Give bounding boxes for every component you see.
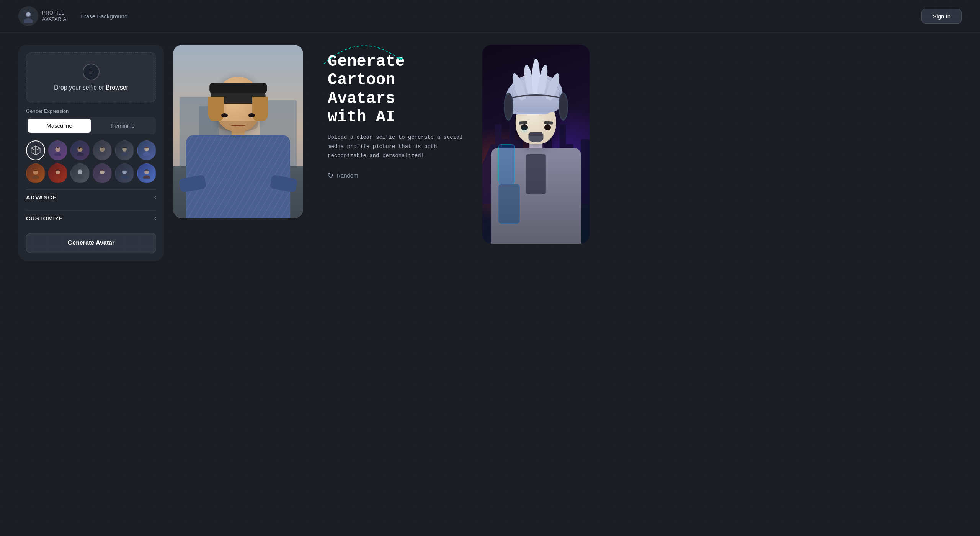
avatar-4-icon [119,145,130,156]
avatar-10[interactable] [115,163,134,183]
customize-section[interactable]: CUSTOMIZE ‹ [26,210,156,225]
logo-line2: AVATAR AI [42,16,68,22]
avatar-7-icon [52,168,63,179]
selfie-photo-card [173,45,303,218]
upload-plus-icon: + [83,64,100,80]
svg-point-14 [121,152,128,156]
avatar-showcase [482,45,590,244]
right-content-row: Generate Cartoon Avatars with AI Upload … [312,45,962,244]
arc-arrow [320,37,404,68]
avatar-1[interactable] [48,140,67,160]
info-section: Generate Cartoon Avatars with AI Upload … [312,45,473,187]
avatar-8-icon [75,168,85,179]
sign-in-button[interactable]: Sign In [921,9,962,24]
gender-label: Gender Expression [26,108,156,114]
avatar-grid [26,140,156,183]
upload-area[interactable]: + Drop your selfie or Browser [26,52,156,102]
avatar-5-icon [141,145,152,156]
avatar-9-icon [97,168,108,179]
upload-text: Drop your selfie or Browser [54,84,128,91]
avatar-1-icon [52,145,63,156]
logo-icon [18,6,38,26]
random-button[interactable]: ↻ Random [328,171,358,180]
avatar-2[interactable] [70,140,90,160]
svg-point-21 [78,170,82,174]
avatar-7[interactable] [48,163,67,183]
masculine-button[interactable]: Masculine [28,119,91,133]
random-label: Random [336,172,358,179]
header-left: PROFILE AVATAR AI Erase Background [18,6,127,26]
svg-point-23 [100,170,105,174]
header: PROFILE AVATAR AI Erase Background Sign … [0,0,980,33]
avatar-2-icon [75,145,85,156]
right-side: Generate Cartoon Avatars with AI Upload … [312,45,962,244]
gender-toggle: Masculine Feminine [26,117,156,134]
avatar-10-icon [119,168,130,179]
svg-point-5 [23,10,26,12]
avatar-6[interactable] [26,163,45,183]
logo-avatar-icon [21,9,35,23]
logo[interactable]: PROFILE AVATAR AI [18,6,68,26]
random-icon: ↻ [328,171,333,180]
avatar-11[interactable] [137,163,156,183]
avatar-3[interactable] [93,140,112,160]
cube-icon [30,145,41,156]
description-text: Upload a clear selfie to generate a soci… [328,133,473,160]
avatar-6-icon [30,168,41,179]
svg-rect-10 [78,148,80,149]
svg-point-3 [26,12,30,16]
svg-point-16 [143,152,150,156]
avatar-11-icon [141,168,152,179]
svg-point-26 [121,175,128,179]
main-content: + Drop your selfie or Browser Gender Exp… [0,33,980,273]
avatar-3-icon [97,145,108,156]
avatar-cube[interactable] [26,140,45,160]
customize-chevron: ‹ [154,215,156,222]
svg-point-27 [144,170,149,174]
svg-point-9 [76,152,83,156]
svg-point-22 [76,175,83,179]
svg-point-12 [98,152,106,156]
svg-point-7 [54,152,61,156]
nav-erase-background[interactable]: Erase Background [80,13,127,20]
advance-section[interactable]: ADVANCE ‹ [26,189,156,204]
customize-title: CUSTOMIZE [26,215,63,222]
center-photo-area [173,45,303,218]
advance-title: ADVANCE [26,194,57,200]
logo-text: PROFILE AVATAR AI [42,10,68,22]
avatar-4[interactable] [115,140,134,160]
generate-avatar-button[interactable]: Generate Avatar [26,233,156,253]
svg-marker-29 [397,57,403,60]
avatar-9[interactable] [93,163,112,183]
svg-point-28 [143,175,150,179]
advance-chevron: ‹ [154,194,156,200]
svg-point-24 [98,175,106,179]
left-panel: + Drop your selfie or Browser Gender Exp… [18,45,164,261]
gender-section: Gender Expression Masculine Feminine [26,108,156,134]
logo-line1: PROFILE [42,10,68,16]
browse-link[interactable]: Browser [106,84,128,91]
svg-point-20 [54,175,61,179]
feminine-button[interactable]: Feminine [91,119,155,133]
svg-point-18 [32,175,39,179]
avatar-8[interactable] [70,163,90,183]
avatar-5[interactable] [137,140,156,160]
svg-point-19 [56,170,60,174]
